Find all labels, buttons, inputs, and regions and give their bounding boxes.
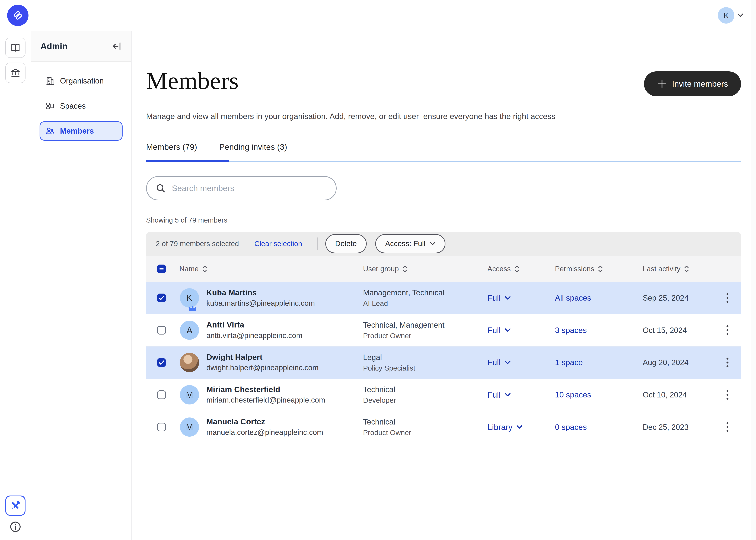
column-header-access[interactable]: Access bbox=[488, 265, 511, 273]
avatar: M bbox=[180, 418, 199, 437]
tab-pending-invites[interactable]: Pending invites (3) bbox=[219, 142, 287, 161]
member-name: Dwight Halpert bbox=[206, 352, 319, 362]
avatar-photo bbox=[180, 353, 199, 372]
row-actions-menu[interactable] bbox=[714, 422, 741, 432]
tools-icon bbox=[10, 500, 21, 511]
dev-tools-button[interactable] bbox=[5, 495, 26, 516]
sort-icon[interactable] bbox=[684, 265, 689, 273]
check-icon bbox=[159, 296, 164, 300]
user-role: Product Owner bbox=[363, 331, 487, 341]
plus-icon bbox=[657, 79, 667, 89]
permissions-link[interactable]: 0 spaces bbox=[555, 423, 587, 432]
user-groups: Technical bbox=[363, 384, 487, 395]
access-dropdown[interactable]: Library bbox=[488, 422, 555, 432]
row-checkbox[interactable] bbox=[157, 294, 166, 302]
results-summary: Showing 5 of 79 members bbox=[146, 216, 741, 224]
table-row: Dwight Halpert dwight.halpert@pineapplei… bbox=[146, 346, 741, 379]
chevron-down-icon bbox=[505, 328, 511, 333]
column-header-last-activity[interactable]: Last activity bbox=[643, 265, 680, 273]
access-filter-dropdown[interactable]: Access: Full bbox=[375, 234, 445, 253]
sidebar-item-label: Members bbox=[60, 127, 94, 135]
row-actions-menu[interactable] bbox=[714, 325, 741, 336]
last-activity: Aug 20, 2024 bbox=[643, 358, 714, 367]
avatar-initial: K bbox=[187, 293, 192, 303]
sort-icon[interactable] bbox=[514, 265, 520, 273]
access-value: Full bbox=[488, 390, 501, 400]
collapse-sidebar-button[interactable] bbox=[112, 42, 122, 51]
row-checkbox[interactable] bbox=[157, 390, 166, 399]
table-row: A Antti Virta antti.virta@pineappleinc.c… bbox=[146, 314, 741, 346]
library-button[interactable] bbox=[5, 38, 26, 58]
collapse-panel-icon bbox=[112, 42, 122, 51]
clear-selection-link[interactable]: Clear selection bbox=[254, 240, 302, 248]
avatar: M bbox=[180, 385, 199, 404]
table-row: K Kuba Martins kuba.martins@pineappleinc… bbox=[146, 282, 741, 314]
access-value: Full bbox=[488, 358, 501, 367]
bank-icon bbox=[10, 67, 21, 78]
search-members-box[interactable] bbox=[146, 176, 337, 200]
permissions-link[interactable]: 3 spaces bbox=[555, 326, 587, 335]
column-header-permissions[interactable]: Permissions bbox=[555, 265, 594, 273]
avatar: K bbox=[180, 288, 199, 308]
info-icon bbox=[9, 520, 22, 533]
access-dropdown[interactable]: Full bbox=[488, 326, 555, 335]
invite-members-button[interactable]: Invite members bbox=[644, 71, 741, 96]
access-filter-label: Access: Full bbox=[385, 239, 425, 248]
page-scrollbar[interactable] bbox=[751, 0, 756, 540]
active-tab-indicator bbox=[146, 160, 229, 162]
sidebar-nav: Organisation Spaces Members bbox=[31, 62, 131, 141]
row-checkbox[interactable] bbox=[157, 423, 166, 431]
search-members-input[interactable] bbox=[172, 184, 327, 193]
admin-sidebar: Admin bbox=[31, 31, 131, 540]
last-activity: Dec 25, 2023 bbox=[643, 423, 714, 432]
column-header-user-group[interactable]: User group bbox=[363, 265, 399, 273]
access-dropdown[interactable]: Full bbox=[488, 390, 555, 400]
select-all-checkbox[interactable] bbox=[157, 265, 166, 273]
permissions-link[interactable]: All spaces bbox=[555, 293, 591, 302]
sidebar-item-members[interactable]: Members bbox=[40, 121, 123, 140]
delete-label: Delete bbox=[335, 239, 357, 248]
member-email: antti.virta@pineappleinc.com bbox=[206, 330, 302, 341]
account-menu[interactable]: K bbox=[718, 7, 743, 24]
app-logo[interactable] bbox=[7, 5, 29, 26]
avatar-initial: M bbox=[186, 422, 193, 432]
avatar-initial: M bbox=[186, 390, 193, 400]
user-role: Product Owner bbox=[363, 427, 487, 438]
access-dropdown[interactable]: Full bbox=[488, 358, 555, 367]
member-email: dwight.halpert@pineappleinc.com bbox=[206, 362, 319, 373]
user-groups: Management, Technical bbox=[363, 287, 487, 298]
sort-icon[interactable] bbox=[402, 265, 407, 273]
tabs-underline bbox=[146, 161, 741, 162]
row-checkbox[interactable] bbox=[157, 326, 166, 335]
member-name: Manuela Cortez bbox=[206, 416, 323, 427]
info-button[interactable] bbox=[5, 520, 26, 533]
row-actions-menu[interactable] bbox=[714, 357, 741, 368]
permissions-link[interactable]: 1 space bbox=[555, 358, 583, 367]
access-dropdown[interactable]: Full bbox=[488, 293, 555, 303]
chevron-down-icon bbox=[505, 360, 511, 365]
member-rows: K Kuba Martins kuba.martins@pineappleinc… bbox=[146, 282, 741, 443]
chevron-down-icon bbox=[505, 296, 511, 300]
avatar-initial: A bbox=[187, 325, 192, 335]
member-email: manuela.cortez@pineappleinc.com bbox=[206, 427, 323, 438]
user-avatar: K bbox=[718, 7, 734, 24]
permissions-link[interactable]: 10 spaces bbox=[555, 390, 591, 399]
organisation-home-button[interactable] bbox=[5, 63, 26, 83]
building-icon bbox=[45, 76, 55, 86]
sidebar-item-organisation[interactable]: Organisation bbox=[40, 71, 123, 90]
book-icon bbox=[10, 42, 21, 54]
column-header-name[interactable]: Name bbox=[179, 265, 199, 273]
top-bar: K bbox=[0, 0, 756, 31]
toolbar-divider bbox=[317, 237, 318, 250]
member-email: kuba.martins@pineappleinc.com bbox=[206, 298, 315, 309]
sidebar-item-spaces[interactable]: Spaces bbox=[40, 96, 123, 115]
sort-icon[interactable] bbox=[598, 265, 603, 273]
sort-icon[interactable] bbox=[202, 265, 207, 273]
chevron-down-icon bbox=[516, 425, 523, 429]
row-actions-menu[interactable] bbox=[714, 293, 741, 303]
user-groups: Technical, Management bbox=[363, 320, 487, 331]
tab-members[interactable]: Members (79) bbox=[146, 142, 197, 161]
delete-button[interactable]: Delete bbox=[325, 234, 367, 253]
row-actions-menu[interactable] bbox=[714, 389, 741, 400]
row-checkbox[interactable] bbox=[157, 358, 166, 367]
